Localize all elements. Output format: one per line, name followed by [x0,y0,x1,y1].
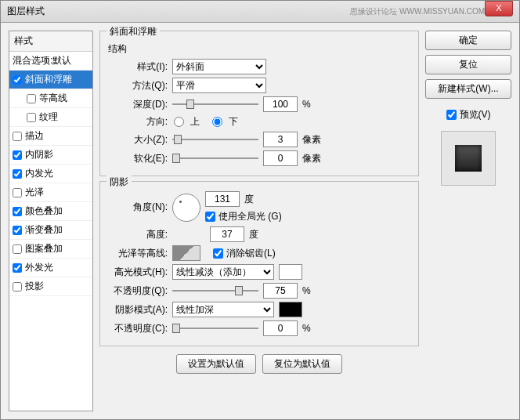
sidebar-item-label: 颜色叠加 [25,205,63,218]
titlebar: 图层样式 思缘设计论坛 WWW.MISSYUAN.COM X [1,1,519,23]
sidebar-item[interactable]: 外发光 [9,259,92,277]
sidebar-item[interactable]: 内阴影 [9,146,92,165]
sidebar-item-label: 图案叠加 [25,242,63,255]
highlight-mode-select[interactable]: 线性减淡（添加） [172,264,274,280]
sidebar-item-checkbox[interactable] [13,226,22,235]
sidebar-item-checkbox[interactable] [13,169,22,179]
sidebar-item-label: 外发光 [25,261,53,274]
style-label: 样式(I): [108,60,168,74]
sidebar-item-checkbox[interactable] [13,207,22,216]
shadow-mode-label: 阴影模式(A): [108,303,168,317]
method-label: 方法(Q): [108,79,168,92]
highlight-mode-label: 高光模式(H): [108,266,168,279]
sidebar-blend-options[interactable]: 混合选项:默认 [9,52,92,71]
watermark: 思缘设计论坛 WWW.MISSYUAN.COM [350,6,485,17]
sidebar-item-label: 描边 [25,129,44,143]
sidebar-item[interactable]: 颜色叠加 [9,202,92,221]
sidebar-item-label: 内发光 [25,167,53,180]
window-title: 图层样式 [7,5,45,18]
px-unit: 像素 [302,133,321,147]
sidebar-item-label: 光泽 [25,186,44,199]
angle-label: 角度(N): [108,201,168,214]
group-title: 斜面和浮雕 [107,25,160,38]
sidebar-item-label: 投影 [25,280,44,293]
size-input[interactable] [263,132,298,147]
sidebar-item-label: 斜面和浮雕 [25,73,72,86]
sidebar-item-checkbox[interactable] [13,263,22,273]
sidebar-item[interactable]: 纹理 [9,108,92,127]
sidebar-item[interactable]: 描边 [9,127,92,146]
shadow-opacity-label: 不透明度(C): [108,322,168,335]
angle-dial[interactable] [172,194,200,222]
sidebar-item[interactable]: 投影 [9,277,92,296]
sidebar-header: 样式 [9,31,92,52]
sidebar-item-checkbox[interactable] [13,75,22,85]
sidebar-item-label: 渐变叠加 [25,223,63,237]
sidebar-item-label: 内阴影 [25,148,53,161]
sidebar-item-checkbox[interactable] [13,282,22,291]
shadow-opacity-input[interactable] [263,320,298,336]
direction-label: 方向: [108,115,168,129]
preview-swatch [455,145,482,172]
preview-box [441,131,496,186]
highlight-color[interactable] [279,264,302,280]
dir-down-radio[interactable] [212,117,222,127]
antialias-checkbox[interactable] [213,248,223,259]
shadow-opacity-slider[interactable] [172,323,258,334]
highlight-opacity-label: 不透明度(Q): [108,284,168,298]
sidebar-item-checkbox[interactable] [27,113,36,122]
gloss-contour[interactable] [172,245,200,261]
ok-button[interactable]: 确定 [425,31,511,50]
highlight-opacity-input[interactable] [263,283,298,299]
shading-group: 阴影 角度(N): 度 使用全局光 (G) 高度: 度 光泽等高线: 消除锯齿(… [99,181,419,346]
sidebar-item[interactable]: 渐变叠加 [9,221,92,240]
dir-up-radio[interactable] [174,117,184,127]
preview-checkbox[interactable] [446,110,457,120]
soften-label: 软化(E): [108,152,168,165]
depth-label: 深度(D): [108,98,168,111]
sidebar-item-label: 等高线 [39,92,67,105]
sidebar-item[interactable]: 等高线 [9,89,92,108]
sidebar-item-checkbox[interactable] [27,94,36,103]
size-slider[interactable] [172,134,258,145]
shading-title: 阴影 [107,176,132,189]
close-button[interactable]: X [485,1,513,16]
new-style-button[interactable]: 新建样式(W)... [425,79,511,99]
sidebar-item-label: 纹理 [39,110,58,124]
make-default-button[interactable]: 设置为默认值 [176,354,256,374]
sidebar-item-checkbox[interactable] [13,132,22,141]
soften-slider[interactable] [172,153,258,164]
sidebar-item[interactable]: 图案叠加 [9,240,92,259]
sidebar-item[interactable]: 光泽 [9,183,92,202]
shadow-color[interactable] [279,302,302,317]
pct-unit: % [302,99,311,110]
structure-title: 结构 [108,42,410,56]
highlight-opacity-slider[interactable] [172,285,258,296]
style-select[interactable]: 外斜面 [172,59,266,74]
global-light-checkbox[interactable] [205,212,215,222]
sidebar-item-checkbox[interactable] [13,150,22,160]
styles-sidebar: 样式 混合选项:默认 斜面和浮雕等高线纹理描边内阴影内发光光泽颜色叠加渐变叠加图… [9,31,93,411]
sidebar-item[interactable]: 内发光 [9,165,92,183]
sidebar-item[interactable]: 斜面和浮雕 [9,71,92,89]
depth-slider[interactable] [172,99,258,110]
altitude-label: 高度: [108,228,168,241]
bevel-group: 斜面和浮雕 结构 样式(I): 外斜面 方法(Q): 平滑 深度(D): % 方… [99,31,419,176]
size-label: 大小(Z): [108,133,168,147]
soften-input[interactable] [263,150,298,166]
sidebar-item-checkbox[interactable] [13,244,22,254]
reset-default-button[interactable]: 复位为默认值 [262,354,342,374]
depth-input[interactable] [263,96,298,112]
gloss-label: 光泽等高线: [108,247,168,260]
sidebar-item-checkbox[interactable] [13,188,22,197]
altitude-input[interactable] [210,226,244,242]
angle-input[interactable] [205,191,240,207]
cancel-button[interactable]: 复位 [425,55,511,74]
shadow-mode-select[interactable]: 线性加深 [172,302,274,317]
method-select[interactable]: 平滑 [172,78,266,93]
